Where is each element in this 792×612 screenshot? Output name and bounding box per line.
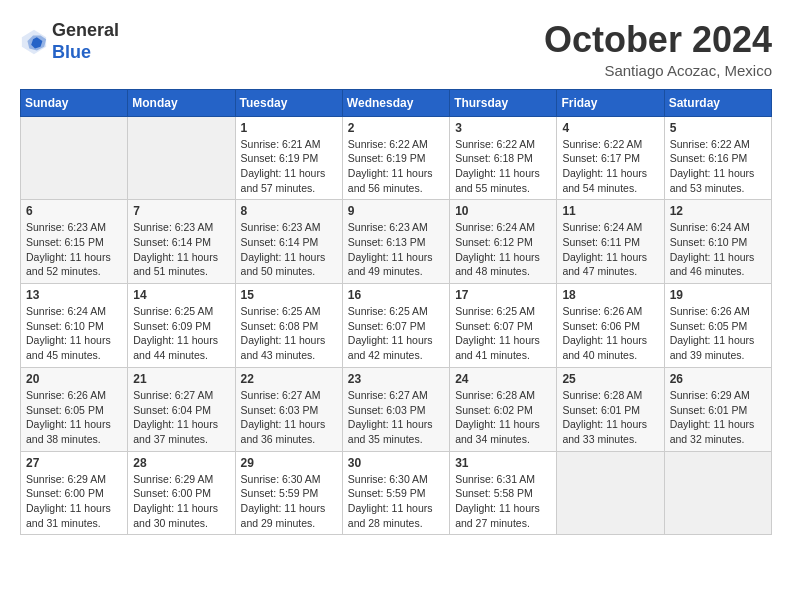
day-number: 13 <box>26 288 122 302</box>
calendar-week-2: 6Sunrise: 6:23 AM Sunset: 6:15 PM Daylig… <box>21 200 772 284</box>
calendar-cell: 26Sunrise: 6:29 AM Sunset: 6:01 PM Dayli… <box>664 367 771 451</box>
calendar-cell: 5Sunrise: 6:22 AM Sunset: 6:16 PM Daylig… <box>664 116 771 200</box>
day-info: Sunrise: 6:28 AM Sunset: 6:02 PM Dayligh… <box>455 388 551 447</box>
day-number: 17 <box>455 288 551 302</box>
day-number: 20 <box>26 372 122 386</box>
day-info: Sunrise: 6:27 AM Sunset: 6:04 PM Dayligh… <box>133 388 229 447</box>
calendar-cell <box>664 451 771 535</box>
day-number: 9 <box>348 204 444 218</box>
day-number: 5 <box>670 121 766 135</box>
calendar-week-1: 1Sunrise: 6:21 AM Sunset: 6:19 PM Daylig… <box>21 116 772 200</box>
calendar-cell: 14Sunrise: 6:25 AM Sunset: 6:09 PM Dayli… <box>128 284 235 368</box>
day-info: Sunrise: 6:26 AM Sunset: 6:06 PM Dayligh… <box>562 304 658 363</box>
calendar-cell: 12Sunrise: 6:24 AM Sunset: 6:10 PM Dayli… <box>664 200 771 284</box>
calendar-cell <box>21 116 128 200</box>
calendar-cell: 22Sunrise: 6:27 AM Sunset: 6:03 PM Dayli… <box>235 367 342 451</box>
calendar-cell: 31Sunrise: 6:31 AM Sunset: 5:58 PM Dayli… <box>450 451 557 535</box>
calendar-cell: 6Sunrise: 6:23 AM Sunset: 6:15 PM Daylig… <box>21 200 128 284</box>
weekday-header-tuesday: Tuesday <box>235 89 342 116</box>
calendar-cell: 2Sunrise: 6:22 AM Sunset: 6:19 PM Daylig… <box>342 116 449 200</box>
calendar-header: SundayMondayTuesdayWednesdayThursdayFrid… <box>21 89 772 116</box>
day-info: Sunrise: 6:27 AM Sunset: 6:03 PM Dayligh… <box>348 388 444 447</box>
calendar-cell: 16Sunrise: 6:25 AM Sunset: 6:07 PM Dayli… <box>342 284 449 368</box>
day-number: 21 <box>133 372 229 386</box>
weekday-row: SundayMondayTuesdayWednesdayThursdayFrid… <box>21 89 772 116</box>
logo-text: General Blue <box>52 20 119 63</box>
day-number: 14 <box>133 288 229 302</box>
calendar-cell: 7Sunrise: 6:23 AM Sunset: 6:14 PM Daylig… <box>128 200 235 284</box>
day-info: Sunrise: 6:22 AM Sunset: 6:18 PM Dayligh… <box>455 137 551 196</box>
month-title: October 2024 <box>544 20 772 60</box>
calendar-table: SundayMondayTuesdayWednesdayThursdayFrid… <box>20 89 772 536</box>
day-number: 18 <box>562 288 658 302</box>
calendar-body: 1Sunrise: 6:21 AM Sunset: 6:19 PM Daylig… <box>21 116 772 535</box>
day-info: Sunrise: 6:24 AM Sunset: 6:10 PM Dayligh… <box>26 304 122 363</box>
day-number: 25 <box>562 372 658 386</box>
day-number: 23 <box>348 372 444 386</box>
day-number: 16 <box>348 288 444 302</box>
day-number: 27 <box>26 456 122 470</box>
calendar-cell: 1Sunrise: 6:21 AM Sunset: 6:19 PM Daylig… <box>235 116 342 200</box>
day-info: Sunrise: 6:26 AM Sunset: 6:05 PM Dayligh… <box>670 304 766 363</box>
calendar-cell: 17Sunrise: 6:25 AM Sunset: 6:07 PM Dayli… <box>450 284 557 368</box>
calendar-cell: 27Sunrise: 6:29 AM Sunset: 6:00 PM Dayli… <box>21 451 128 535</box>
day-info: Sunrise: 6:23 AM Sunset: 6:13 PM Dayligh… <box>348 220 444 279</box>
day-info: Sunrise: 6:23 AM Sunset: 6:14 PM Dayligh… <box>241 220 337 279</box>
calendar-cell: 8Sunrise: 6:23 AM Sunset: 6:14 PM Daylig… <box>235 200 342 284</box>
day-info: Sunrise: 6:28 AM Sunset: 6:01 PM Dayligh… <box>562 388 658 447</box>
day-info: Sunrise: 6:21 AM Sunset: 6:19 PM Dayligh… <box>241 137 337 196</box>
day-info: Sunrise: 6:24 AM Sunset: 6:12 PM Dayligh… <box>455 220 551 279</box>
day-number: 28 <box>133 456 229 470</box>
calendar-cell: 18Sunrise: 6:26 AM Sunset: 6:06 PM Dayli… <box>557 284 664 368</box>
day-info: Sunrise: 6:27 AM Sunset: 6:03 PM Dayligh… <box>241 388 337 447</box>
day-info: Sunrise: 6:23 AM Sunset: 6:14 PM Dayligh… <box>133 220 229 279</box>
day-info: Sunrise: 6:26 AM Sunset: 6:05 PM Dayligh… <box>26 388 122 447</box>
day-info: Sunrise: 6:24 AM Sunset: 6:10 PM Dayligh… <box>670 220 766 279</box>
calendar-cell: 24Sunrise: 6:28 AM Sunset: 6:02 PM Dayli… <box>450 367 557 451</box>
weekday-header-thursday: Thursday <box>450 89 557 116</box>
day-info: Sunrise: 6:29 AM Sunset: 6:01 PM Dayligh… <box>670 388 766 447</box>
calendar-cell: 3Sunrise: 6:22 AM Sunset: 6:18 PM Daylig… <box>450 116 557 200</box>
day-info: Sunrise: 6:29 AM Sunset: 6:00 PM Dayligh… <box>133 472 229 531</box>
day-number: 24 <box>455 372 551 386</box>
day-number: 15 <box>241 288 337 302</box>
day-number: 30 <box>348 456 444 470</box>
calendar-cell: 10Sunrise: 6:24 AM Sunset: 6:12 PM Dayli… <box>450 200 557 284</box>
page-header: General Blue October 2024 Santiago Acoza… <box>20 20 772 79</box>
logo: General Blue <box>20 20 119 63</box>
calendar-week-4: 20Sunrise: 6:26 AM Sunset: 6:05 PM Dayli… <box>21 367 772 451</box>
day-info: Sunrise: 6:29 AM Sunset: 6:00 PM Dayligh… <box>26 472 122 531</box>
calendar-cell: 23Sunrise: 6:27 AM Sunset: 6:03 PM Dayli… <box>342 367 449 451</box>
day-info: Sunrise: 6:25 AM Sunset: 6:07 PM Dayligh… <box>455 304 551 363</box>
calendar-cell: 11Sunrise: 6:24 AM Sunset: 6:11 PM Dayli… <box>557 200 664 284</box>
calendar-cell: 13Sunrise: 6:24 AM Sunset: 6:10 PM Dayli… <box>21 284 128 368</box>
day-info: Sunrise: 6:22 AM Sunset: 6:16 PM Dayligh… <box>670 137 766 196</box>
calendar-week-5: 27Sunrise: 6:29 AM Sunset: 6:00 PM Dayli… <box>21 451 772 535</box>
calendar-cell <box>128 116 235 200</box>
day-number: 7 <box>133 204 229 218</box>
calendar-cell: 25Sunrise: 6:28 AM Sunset: 6:01 PM Dayli… <box>557 367 664 451</box>
calendar-cell: 30Sunrise: 6:30 AM Sunset: 5:59 PM Dayli… <box>342 451 449 535</box>
day-info: Sunrise: 6:25 AM Sunset: 6:08 PM Dayligh… <box>241 304 337 363</box>
calendar-cell: 4Sunrise: 6:22 AM Sunset: 6:17 PM Daylig… <box>557 116 664 200</box>
day-info: Sunrise: 6:31 AM Sunset: 5:58 PM Dayligh… <box>455 472 551 531</box>
day-info: Sunrise: 6:30 AM Sunset: 5:59 PM Dayligh… <box>241 472 337 531</box>
weekday-header-saturday: Saturday <box>664 89 771 116</box>
weekday-header-sunday: Sunday <box>21 89 128 116</box>
day-number: 29 <box>241 456 337 470</box>
weekday-header-friday: Friday <box>557 89 664 116</box>
day-info: Sunrise: 6:25 AM Sunset: 6:09 PM Dayligh… <box>133 304 229 363</box>
title-block: October 2024 Santiago Acozac, Mexico <box>544 20 772 79</box>
day-info: Sunrise: 6:22 AM Sunset: 6:19 PM Dayligh… <box>348 137 444 196</box>
day-info: Sunrise: 6:30 AM Sunset: 5:59 PM Dayligh… <box>348 472 444 531</box>
day-number: 1 <box>241 121 337 135</box>
calendar-cell: 20Sunrise: 6:26 AM Sunset: 6:05 PM Dayli… <box>21 367 128 451</box>
calendar-cell: 28Sunrise: 6:29 AM Sunset: 6:00 PM Dayli… <box>128 451 235 535</box>
calendar-week-3: 13Sunrise: 6:24 AM Sunset: 6:10 PM Dayli… <box>21 284 772 368</box>
day-info: Sunrise: 6:22 AM Sunset: 6:17 PM Dayligh… <box>562 137 658 196</box>
day-number: 10 <box>455 204 551 218</box>
day-number: 19 <box>670 288 766 302</box>
day-number: 11 <box>562 204 658 218</box>
calendar-cell: 21Sunrise: 6:27 AM Sunset: 6:04 PM Dayli… <box>128 367 235 451</box>
location: Santiago Acozac, Mexico <box>544 62 772 79</box>
